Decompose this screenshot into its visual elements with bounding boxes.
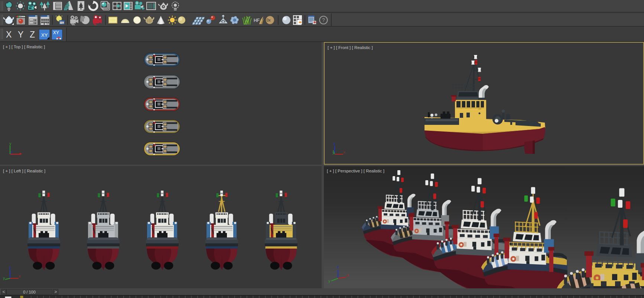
svg-text:0x: 0x bbox=[267, 18, 271, 22]
svg-text:x: x bbox=[19, 274, 21, 278]
svg-text:y: y bbox=[328, 279, 331, 283]
svg-text:z: z bbox=[336, 265, 339, 269]
svg-text:Y: Y bbox=[18, 30, 23, 39]
svg-text:z: z bbox=[11, 150, 13, 154]
svg-text:X: X bbox=[6, 30, 12, 39]
svg-text:y: y bbox=[332, 150, 335, 155]
svg-text:x: x bbox=[343, 150, 345, 154]
svg-text:?: ? bbox=[322, 17, 325, 23]
svg-text:z: z bbox=[9, 265, 11, 270]
svg-text:HF: HF bbox=[254, 18, 260, 23]
svg-text:Z: Z bbox=[30, 30, 35, 39]
svg-text:XY: XY bbox=[53, 30, 59, 35]
svg-text:y: y bbox=[9, 141, 12, 146]
svg-text:z: z bbox=[333, 141, 335, 146]
svg-text:y: y bbox=[3, 276, 5, 280]
svg-text:x: x bbox=[347, 273, 349, 277]
svg-text:XY: XY bbox=[41, 32, 48, 38]
